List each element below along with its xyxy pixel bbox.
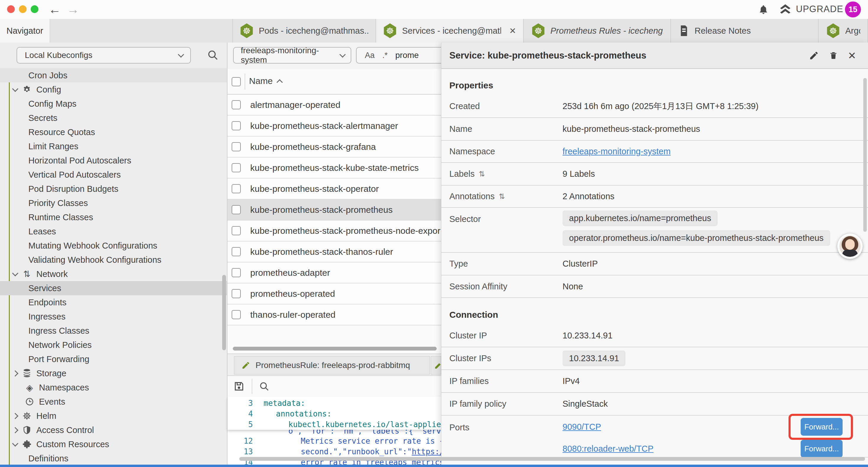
sidebar-item-access-control[interactable]: Access Control: [0, 423, 227, 437]
sidebar-item-network[interactable]: ⇅Network: [0, 267, 227, 281]
sidebar-item-endpoints[interactable]: Endpoints: [0, 295, 227, 310]
tab-prometheus-rules-icecheng[interactable]: ☸Prometheus Rules - icecheng...: [524, 19, 671, 42]
chevron-right-icon[interactable]: [12, 427, 18, 433]
sidebar-item-helm[interactable]: Helm: [0, 409, 227, 423]
row-checkbox[interactable]: [231, 100, 241, 109]
name-column-header[interactable]: Name: [249, 76, 282, 86]
edit-pencil-icon[interactable]: [809, 51, 819, 61]
port-link[interactable]: 8080:reloader-web/TCP: [562, 444, 653, 454]
upgrade-button[interactable]: UPGRADE: [779, 4, 843, 15]
row-checkbox[interactable]: [231, 184, 241, 193]
sidebar-item-resource-quotas[interactable]: Resource Quotas: [0, 125, 227, 139]
port-link[interactable]: 9090/TCP: [562, 422, 601, 432]
sidebar-search-icon[interactable]: [207, 49, 219, 61]
namespace-filter-select[interactable]: freeleaps-monitoring-system: [233, 47, 351, 63]
maximize-traffic-light[interactable]: [31, 5, 38, 13]
sidebar-item-config[interactable]: Config: [0, 83, 227, 97]
save-icon[interactable]: [234, 381, 245, 392]
table-row[interactable]: thanos-ruler-operated: [227, 304, 441, 325]
table-row[interactable]: kube-prometheus-stack-prometheus-node-ex…: [227, 221, 441, 241]
sort-toggle-icon[interactable]: ⇅: [499, 192, 505, 201]
row-checkbox[interactable]: [231, 205, 241, 214]
sidebar-item-runtime-classes[interactable]: Runtime Classes: [0, 210, 227, 224]
sidebar-item-secrets[interactable]: Secrets: [0, 111, 227, 125]
forward-arrow-icon[interactable]: →: [67, 1, 79, 18]
sidebar-item-events[interactable]: Events: [0, 395, 227, 409]
tab-argo-se[interactable]: ☸Argo Se: [819, 19, 868, 42]
account-badge[interactable]: 15: [845, 1, 861, 18]
sidebar-item-cron-jobs[interactable]: Cron Jobs: [0, 68, 227, 83]
namespace-link[interactable]: freeleaps-monitoring-system: [562, 147, 671, 156]
regex-toggle[interactable]: .*: [382, 51, 388, 60]
sidebar-item-ingresses[interactable]: Ingresses: [0, 310, 227, 324]
close-icon[interactable]: ✕: [848, 50, 857, 61]
match-case-toggle[interactable]: Aa: [365, 51, 375, 60]
sidebar-item-storage[interactable]: Storage: [0, 366, 227, 380]
row-checkbox[interactable]: [231, 163, 241, 172]
minimize-traffic-light[interactable]: [19, 5, 27, 13]
table-row[interactable]: prometheus-adapter: [227, 262, 441, 284]
row-checkbox[interactable]: [231, 226, 241, 235]
sidebar-item-limit-ranges[interactable]: Limit Ranges: [0, 139, 227, 153]
table-horizontal-scrollbar[interactable]: [233, 347, 437, 351]
navigator-tab[interactable]: Navigator: [0, 19, 50, 42]
delete-trash-icon[interactable]: [829, 51, 838, 61]
sidebar-item-horizontal-pod-autoscalers[interactable]: Horizontal Pod Autoscalers: [0, 153, 227, 168]
table-row[interactable]: alertmanager-operated: [227, 95, 441, 116]
sidebar-item-validating-webhook-configurations[interactable]: Validating Webhook Configurations: [0, 253, 227, 267]
sidebar-item-priority-classes[interactable]: Priority Classes: [0, 196, 227, 210]
row-checkbox[interactable]: [231, 289, 241, 298]
table-row[interactable]: kube-prometheus-stack-operator: [227, 178, 441, 200]
row-checkbox[interactable]: [231, 247, 241, 256]
assistant-avatar[interactable]: [837, 233, 863, 259]
row-checkbox[interactable]: [231, 142, 241, 151]
forward-button[interactable]: Forward...: [801, 418, 843, 436]
editor-tab-prometheusrule[interactable]: PrometheusRule: freeleaps-prod-rabbitmq: [234, 356, 430, 375]
sidebar-item-vertical-pod-autoscalers[interactable]: Vertical Pod Autoscalers: [0, 168, 227, 182]
chevron-right-icon[interactable]: [12, 370, 18, 376]
sidebar-item-mutating-webhook-configurations[interactable]: Mutating Webhook Configurations: [0, 238, 227, 253]
kubeconfig-select[interactable]: Local Kubeconfigs: [17, 47, 191, 63]
tab-close-icon[interactable]: ✕: [509, 26, 516, 36]
back-arrow-icon[interactable]: ←: [49, 1, 61, 18]
tab-services-icecheng-math[interactable]: ☸Services - icecheng@math...✕: [376, 19, 524, 42]
select-all-checkbox[interactable]: [231, 77, 241, 86]
sidebar-item-definitions[interactable]: Definitions: [0, 451, 227, 466]
table-row[interactable]: kube-prometheus-stack-grafana: [227, 137, 441, 157]
sidebar-item-label: Vertical Pod Autoscalers: [28, 170, 121, 180]
sidebar-item-network-policies[interactable]: Network Policies: [0, 338, 227, 352]
sort-toggle-icon[interactable]: ⇅: [478, 170, 485, 178]
row-checkbox[interactable]: [231, 121, 241, 130]
chevron-right-icon[interactable]: [12, 413, 18, 419]
table-row[interactable]: kube-prometheus-stack-alertmanager: [227, 116, 441, 137]
row-checkbox[interactable]: [231, 268, 241, 277]
sidebar-item-port-forwarding[interactable]: Port Forwarding: [0, 352, 227, 366]
table-row[interactable]: prometheus-operated: [227, 284, 441, 304]
tab-pods-icecheng-mathmas[interactable]: ☸Pods - icecheng@mathmas...: [232, 19, 376, 42]
chevron-down-icon[interactable]: [12, 85, 18, 92]
row-checkbox[interactable]: [231, 310, 241, 319]
forward-button[interactable]: Forward...: [801, 440, 843, 458]
table-row[interactable]: kube-prometheus-stack-thanos-ruler: [227, 241, 441, 262]
sidebar-scrollbar[interactable]: [222, 275, 226, 350]
sidebar-item-config-maps[interactable]: Config Maps: [0, 97, 227, 111]
table-row[interactable]: kube-prometheus-stack-prometheus: [227, 200, 441, 221]
chevron-down-icon[interactable]: [12, 270, 18, 276]
tab-release-notes[interactable]: Release Notes: [672, 19, 819, 42]
chevron-down-icon[interactable]: [12, 440, 18, 446]
search-input[interactable]: Aa .* prome: [356, 47, 445, 63]
editor-tab-partial[interactable]: [431, 356, 441, 375]
bottom-horizontal-scrollbar[interactable]: [239, 457, 865, 461]
notifications-bell-icon[interactable]: [758, 4, 769, 16]
sidebar-item-namespaces[interactable]: ◈Namespaces: [0, 380, 227, 395]
sidebar-item-leases[interactable]: Leases: [0, 224, 227, 238]
table-row[interactable]: kube-prometheus-stack-kube-state-metrics: [227, 157, 441, 178]
editor-search-icon[interactable]: [259, 381, 270, 391]
close-traffic-light[interactable]: [7, 5, 15, 13]
sidebar-item-ingress-classes[interactable]: Ingress Classes: [0, 324, 227, 338]
panel-scrollbar[interactable]: [863, 78, 867, 232]
sidebar-item-pod-disruption-budgets[interactable]: Pod Disruption Budgets: [0, 182, 227, 196]
sidebar-item-custom-resources[interactable]: Custom Resources: [0, 437, 227, 451]
yaml-editor[interactable]: 3metadata:4annotations:5kubectl.kubernet…: [227, 397, 441, 467]
sidebar-item-services[interactable]: Services: [0, 281, 227, 295]
